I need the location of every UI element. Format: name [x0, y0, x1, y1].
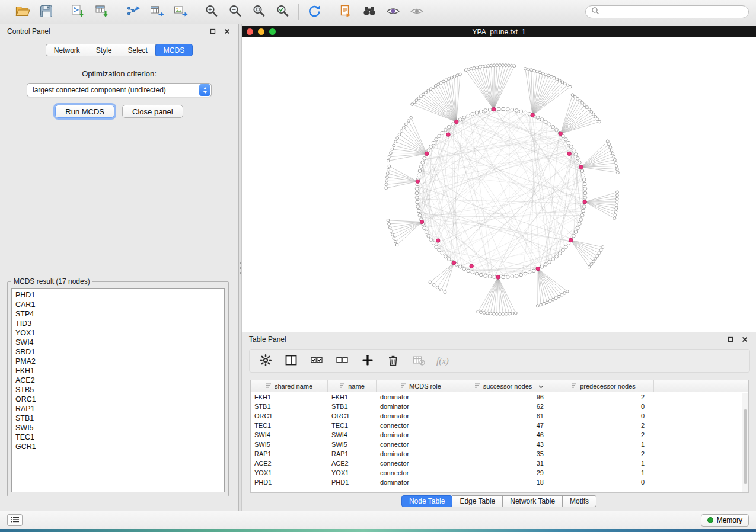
- cell-role[interactable]: connector: [377, 469, 465, 476]
- tab-network-table[interactable]: Network Table: [503, 495, 563, 507]
- mcds-result-item[interactable]: CAR1: [15, 300, 224, 309]
- table-scrollbar[interactable]: [742, 393, 748, 492]
- float-table-panel-icon[interactable]: [726, 335, 735, 344]
- cell-successors[interactable]: 46: [465, 431, 553, 438]
- table-row[interactable]: RAP1RAP1dominator352: [251, 449, 748, 459]
- table-row[interactable]: STB1STB1dominator620: [251, 402, 748, 411]
- zoom-in-button[interactable]: [202, 2, 221, 21]
- float-panel-icon[interactable]: [209, 27, 217, 36]
- cell-predecessors[interactable]: 1: [553, 441, 654, 448]
- table-row[interactable]: SWI4SWI4dominator462: [251, 430, 748, 440]
- table-row[interactable]: FKH1FKH1dominator962: [251, 392, 748, 402]
- table-mode-button[interactable]: [258, 353, 273, 368]
- search-objects-button[interactable]: [360, 2, 379, 21]
- mcds-result-item[interactable]: STB5: [15, 385, 224, 395]
- cell-predecessors[interactable]: 0: [553, 412, 654, 419]
- minimize-window-icon[interactable]: [258, 28, 264, 35]
- cell-shared-name[interactable]: ACE2: [251, 460, 328, 467]
- tab-select[interactable]: Select: [120, 44, 156, 56]
- cell-name[interactable]: RAP1: [328, 450, 377, 457]
- tab-node-table[interactable]: Node Table: [401, 495, 453, 507]
- cell-name[interactable]: YOX1: [328, 469, 377, 476]
- tab-network[interactable]: Network: [46, 44, 88, 56]
- tab-edge-table[interactable]: Edge Table: [452, 495, 503, 507]
- cell-name[interactable]: FKH1: [328, 393, 377, 400]
- cell-name[interactable]: STB1: [328, 403, 377, 410]
- export-image-button[interactable]: [171, 2, 190, 21]
- show-graphics-details-button[interactable]: [407, 2, 426, 21]
- table-row[interactable]: ORC1ORC1dominator610: [251, 411, 748, 421]
- tab-style[interactable]: Style: [88, 44, 120, 56]
- network-titlebar[interactable]: YPA_prune.txt_1: [242, 26, 756, 37]
- mcds-result-item[interactable]: PMA2: [15, 357, 224, 366]
- table-row[interactable]: ACE2ACE2connector311: [251, 459, 748, 468]
- select-all-button[interactable]: [309, 353, 324, 368]
- cell-predecessors[interactable]: 0: [553, 403, 654, 410]
- import-network-file-button[interactable]: [68, 2, 87, 21]
- create-column-button[interactable]: [360, 353, 375, 368]
- import-table-file-button[interactable]: [92, 2, 111, 21]
- cell-shared-name[interactable]: FKH1: [251, 393, 328, 400]
- zoom-selected-button[interactable]: [273, 2, 292, 21]
- cell-successors[interactable]: 18: [465, 479, 553, 486]
- cell-role[interactable]: dominator: [377, 393, 465, 400]
- table-row[interactable]: YOX1YOX1connector291: [251, 468, 748, 477]
- run-mcds-button[interactable]: Run MCDS: [55, 105, 114, 118]
- column-header-name[interactable]: name: [328, 380, 377, 392]
- cell-successors[interactable]: 47: [465, 422, 553, 429]
- table-row[interactable]: TEC1TEC1connector472: [251, 421, 748, 430]
- cell-shared-name[interactable]: TEC1: [251, 422, 328, 429]
- cell-name[interactable]: ORC1: [328, 412, 377, 419]
- cell-role[interactable]: connector: [377, 460, 465, 467]
- cell-successors[interactable]: 35: [465, 450, 553, 457]
- export-network-button[interactable]: [123, 2, 142, 21]
- mcds-result-item[interactable]: SWI4: [15, 338, 224, 347]
- show-columns-button[interactable]: [283, 353, 299, 368]
- cell-predecessors[interactable]: 1: [553, 469, 654, 476]
- cell-successors[interactable]: 96: [465, 393, 553, 400]
- mcds-result-item[interactable]: FKH1: [15, 366, 224, 376]
- deselect-all-button[interactable]: [334, 353, 350, 368]
- zoom-fit-button[interactable]: [250, 2, 269, 21]
- cell-shared-name[interactable]: RAP1: [251, 450, 328, 457]
- mcds-result-item[interactable]: ORC1: [15, 395, 224, 404]
- network-canvas[interactable]: [242, 37, 756, 332]
- cell-role[interactable]: dominator: [377, 450, 465, 457]
- cell-predecessors[interactable]: 1: [553, 460, 654, 467]
- cell-shared-name[interactable]: YOX1: [251, 469, 328, 476]
- mcds-result-item[interactable]: RAP1: [15, 404, 224, 414]
- column-header-successor-nodes[interactable]: successor nodes: [465, 380, 553, 392]
- cell-successors[interactable]: 43: [465, 441, 553, 448]
- cell-role[interactable]: dominator: [377, 403, 465, 410]
- close-table-panel-icon[interactable]: [741, 335, 749, 344]
- mcds-result-item[interactable]: GCR1: [15, 442, 224, 451]
- tab-mcds[interactable]: MCDS: [155, 44, 193, 56]
- zoom-out-button[interactable]: [226, 2, 245, 21]
- cell-predecessors[interactable]: 0: [553, 479, 654, 486]
- cell-predecessors[interactable]: 2: [553, 450, 654, 457]
- table-row[interactable]: PHD1PHD1dominator180: [251, 477, 748, 487]
- close-window-icon[interactable]: [247, 28, 253, 35]
- maximize-window-icon[interactable]: [269, 28, 276, 35]
- column-header-MCDS-role[interactable]: MCDS role: [377, 380, 465, 392]
- search-input[interactable]: [603, 8, 743, 16]
- mcds-result-item[interactable]: TID3: [15, 319, 224, 328]
- cell-name[interactable]: SWI4: [328, 431, 377, 438]
- tab-motifs[interactable]: Motifs: [563, 495, 596, 507]
- close-panel-icon[interactable]: [223, 27, 231, 36]
- cell-name[interactable]: ACE2: [328, 460, 377, 467]
- mcds-result-item[interactable]: SRD1: [15, 347, 224, 357]
- search-field[interactable]: [585, 5, 749, 18]
- cell-shared-name[interactable]: PHD1: [251, 479, 328, 486]
- cell-role[interactable]: dominator: [377, 412, 465, 419]
- delete-column-button[interactable]: [385, 353, 401, 368]
- mcds-result-item[interactable]: YOX1: [15, 328, 224, 338]
- cell-name[interactable]: TEC1: [328, 422, 377, 429]
- mcds-result-list[interactable]: PHD1CAR1STP4TID3YOX1SWI4SRD1PMA2FKH1ACE2…: [11, 288, 225, 492]
- criterion-dropdown[interactable]: largest connected component (undirected): [27, 83, 212, 97]
- cell-name[interactable]: SWI5: [328, 441, 377, 448]
- cell-successors[interactable]: 62: [465, 403, 553, 410]
- cell-role[interactable]: dominator: [377, 431, 465, 438]
- mcds-result-item[interactable]: TEC1: [15, 432, 224, 442]
- mcds-result-item[interactable]: STP4: [15, 309, 224, 319]
